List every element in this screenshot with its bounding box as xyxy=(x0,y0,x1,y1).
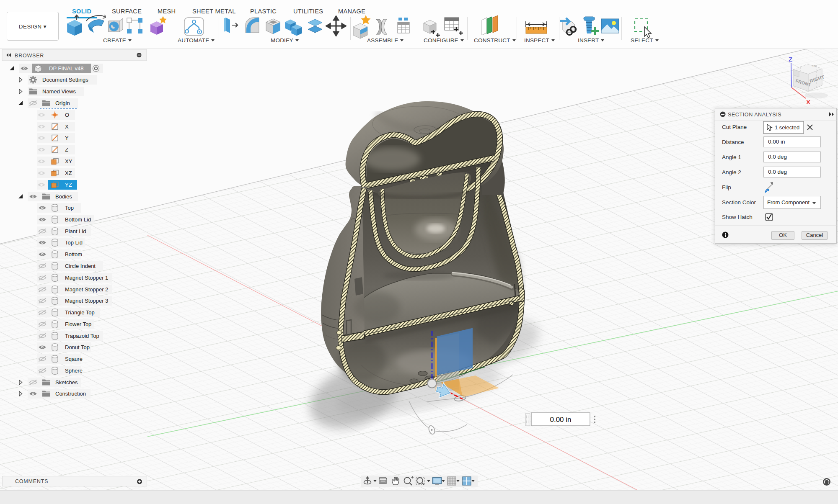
svg-text:Origin: Origin xyxy=(55,100,70,106)
svg-text:Flower Top: Flower Top xyxy=(65,321,91,327)
svg-text:Magnet Stopper 3: Magnet Stopper 3 xyxy=(65,298,108,304)
svg-text:Bodies: Bodies xyxy=(55,193,72,200)
svg-text:Bottom Lid: Bottom Lid xyxy=(65,216,91,223)
svg-text:Y: Y xyxy=(65,135,69,141)
svg-text:Sphere: Sphere xyxy=(65,368,83,374)
svg-text:Trapazoid Top: Trapazoid Top xyxy=(65,333,99,339)
svg-text:Sqaure: Sqaure xyxy=(65,356,83,362)
svg-text:Triangle Top: Triangle Top xyxy=(65,309,95,316)
svg-text:X: X xyxy=(806,98,810,105)
svg-text:Document Settings: Document Settings xyxy=(42,77,88,83)
svg-text:Construction: Construction xyxy=(55,391,86,397)
svg-text:SECTION ANALYSIS: SECTION ANALYSIS xyxy=(728,112,781,118)
svg-text:XY: XY xyxy=(65,158,72,165)
svg-text:Plant Lid: Plant Lid xyxy=(65,228,86,234)
svg-text:Z: Z xyxy=(65,147,68,153)
svg-text:X: X xyxy=(65,123,69,130)
svg-text:Magnet Stopper 2: Magnet Stopper 2 xyxy=(65,286,108,293)
svg-text:1 selected: 1 selected xyxy=(775,124,799,131)
svg-text:Sketches: Sketches xyxy=(55,379,78,386)
svg-text:XZ: XZ xyxy=(65,170,72,176)
svg-text:YZ: YZ xyxy=(65,182,72,188)
svg-text:DP FINAL v48: DP FINAL v48 xyxy=(49,65,83,72)
svg-text:Named Views: Named Views xyxy=(42,88,76,95)
svg-text:Donut Top: Donut Top xyxy=(65,344,90,350)
svg-text:O: O xyxy=(65,112,69,118)
svg-text:0.00 in: 0.00 in xyxy=(550,416,571,424)
svg-text:Circle Indent: Circle Indent xyxy=(65,263,96,269)
svg-text:BROWSER: BROWSER xyxy=(15,53,44,59)
svg-text:Magnet Stopper 1: Magnet Stopper 1 xyxy=(65,275,108,281)
svg-text:Top Lid: Top Lid xyxy=(65,239,83,246)
svg-text:Bottom: Bottom xyxy=(65,251,82,257)
svg-text:Top: Top xyxy=(65,205,74,211)
svg-text:Z: Z xyxy=(789,56,792,63)
